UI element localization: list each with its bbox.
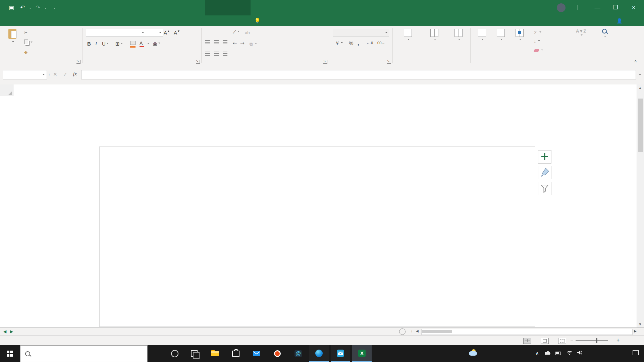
onedrive-cloud-icon[interactable]	[545, 350, 551, 356]
comma-icon[interactable]: ,	[358, 40, 359, 46]
restore-button[interactable]: ❐	[608, 0, 623, 15]
mail-app-button[interactable]	[247, 345, 266, 362]
cancel-icon[interactable]: ✕	[53, 71, 57, 77]
chart-filters-button[interactable]	[538, 182, 551, 195]
collapse-ribbon-icon[interactable]: ∧	[634, 58, 637, 63]
align-top-icon[interactable]	[205, 40, 210, 45]
percent-icon[interactable]: %	[349, 40, 353, 46]
merge-center-button[interactable]: ⧉	[250, 42, 257, 47]
hidden-icons-chevron[interactable]: ∧	[535, 350, 539, 356]
number-format-combo[interactable]	[333, 29, 389, 37]
wrap-text-button[interactable]: ab	[245, 30, 250, 35]
file-explorer-button[interactable]	[205, 345, 225, 362]
name-box[interactable]	[3, 70, 47, 79]
cut-button[interactable]: ✂	[24, 30, 28, 35]
align-center-icon[interactable]	[214, 51, 219, 57]
orientation-icon[interactable]: ⟋	[233, 29, 239, 35]
tabbar-splitter[interactable]: ⋮	[410, 329, 414, 334]
sheet-nav-next-icon[interactable]: ▶	[10, 329, 13, 334]
minimize-button[interactable]: —	[590, 0, 605, 15]
insert-function-icon[interactable]: fx	[73, 71, 77, 77]
close-button[interactable]: ×	[626, 0, 641, 15]
vertical-scroll-thumb[interactable]	[638, 99, 643, 152]
font-size-combo[interactable]	[145, 29, 163, 37]
bold-button[interactable]: B	[87, 41, 91, 47]
font-name-combo[interactable]	[86, 29, 146, 37]
hscroll-right-icon[interactable]: ▶	[634, 329, 637, 333]
increase-decimal-icon[interactable]: ←.0	[366, 41, 373, 45]
share-button[interactable]: 👤	[616, 15, 622, 26]
align-left-icon[interactable]	[205, 51, 210, 57]
cortana-button[interactable]	[165, 345, 184, 362]
zoom-out-icon[interactable]: −	[570, 337, 573, 343]
find-select-button[interactable]	[594, 29, 614, 40]
number-dialog-launcher[interactable]: ↘	[387, 60, 391, 64]
battery-icon[interactable]	[555, 350, 561, 356]
zoom-slider[interactable]	[576, 340, 608, 341]
taskbar-search-input[interactable]	[20, 345, 148, 362]
cell-styles-button[interactable]	[448, 29, 469, 43]
scroll-down-icon[interactable]: ▼	[638, 322, 642, 326]
vertical-scrollbar[interactable]: ▲ ▼	[637, 84, 644, 327]
action-center-icon[interactable]	[633, 350, 639, 356]
align-middle-icon[interactable]	[214, 40, 219, 45]
italic-button[interactable]: I	[95, 41, 97, 47]
qat-customize-icon[interactable]	[52, 5, 55, 12]
speaker-icon[interactable]	[577, 350, 583, 356]
zoom-slider-thumb[interactable]	[596, 338, 597, 343]
scroll-up-icon[interactable]: ▲	[638, 86, 642, 90]
select-all-button[interactable]	[0, 84, 13, 96]
insert-cells-button[interactable]	[474, 29, 490, 43]
formula-input[interactable]	[81, 70, 636, 79]
fill-button[interactable]: ⤓	[534, 39, 540, 44]
mail-app2-button[interactable]	[331, 345, 350, 362]
borders-icon[interactable]: ⊞	[115, 41, 123, 47]
name-box-splitter[interactable]: ⋮	[47, 72, 51, 77]
ribbon-display-options-icon[interactable]	[578, 5, 584, 10]
decrease-indent-icon[interactable]: ⇐	[233, 40, 237, 46]
avatar[interactable]	[557, 3, 566, 12]
font-color-icon[interactable]: A	[140, 40, 144, 47]
clipboard-dialog-launcher[interactable]: ↘	[76, 60, 80, 64]
phonetic-guide-icon[interactable]: 亜	[153, 41, 160, 47]
microsoft-store-button[interactable]	[226, 345, 246, 362]
normal-view-icon[interactable]	[523, 338, 531, 344]
horizontal-scrollbar[interactable]	[421, 329, 633, 335]
format-cells-button[interactable]	[511, 29, 528, 43]
sheet-nav-prev-icon[interactable]: ◀	[3, 329, 6, 334]
paste-button[interactable]	[3, 29, 22, 45]
decrease-decimal-icon[interactable]: .00→	[376, 41, 385, 45]
undo-icon[interactable]: ↶	[20, 4, 25, 11]
wifi-icon[interactable]	[567, 350, 573, 356]
conditional-formatting-button[interactable]	[396, 29, 420, 43]
font-dialog-launcher[interactable]: ↘	[196, 60, 200, 64]
chart-styles-button[interactable]	[538, 166, 551, 179]
formula-bar-expand-icon[interactable]	[638, 72, 641, 78]
align-bottom-icon[interactable]	[223, 40, 227, 45]
new-sheet-button[interactable]	[399, 328, 406, 335]
zoom-in-icon[interactable]: +	[616, 337, 620, 343]
sort-filter-button[interactable]: A▼Z	[570, 29, 592, 38]
format-painter-button[interactable]: ◆	[24, 50, 28, 55]
align-right-icon[interactable]	[223, 51, 227, 57]
clear-button[interactable]	[534, 48, 543, 53]
tell-me-box[interactable]: 💡	[254, 15, 261, 26]
alignment-dialog-launcher[interactable]: ↘	[323, 60, 327, 64]
shrink-font-icon[interactable]: A▼	[174, 29, 180, 36]
save-icon[interactable]: ▣	[9, 4, 14, 11]
horizontal-scroll-thumb[interactable]	[422, 330, 452, 333]
task-view-button[interactable]	[184, 345, 204, 362]
chart-elements-button[interactable]	[538, 150, 551, 164]
hscroll-left-icon[interactable]: ◀	[416, 329, 419, 333]
increase-indent-icon[interactable]: ⇒	[240, 40, 245, 46]
redo-icon[interactable]: ↷	[36, 4, 40, 11]
at-app-button[interactable]: @	[288, 345, 308, 362]
fill-color-icon[interactable]	[130, 40, 136, 48]
edge-button[interactable]	[309, 345, 329, 362]
underline-button[interactable]: U	[102, 41, 109, 47]
format-as-table-button[interactable]	[421, 29, 447, 43]
enter-icon[interactable]: ✓	[63, 71, 67, 77]
excel-button[interactable]: X	[352, 345, 372, 362]
grow-font-icon[interactable]: A▲	[164, 29, 170, 36]
red-app-button[interactable]	[268, 345, 287, 362]
